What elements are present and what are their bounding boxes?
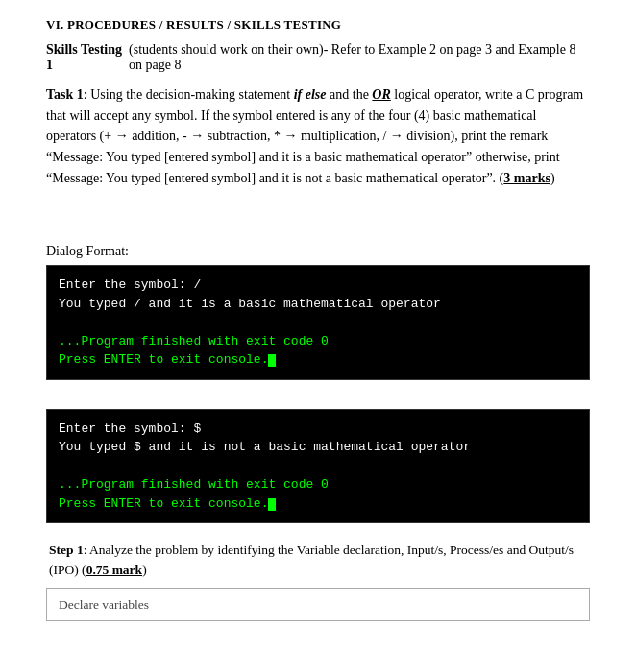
terminal2-line4-text: ...Program finished with exit code 0 <box>59 477 329 492</box>
task1-arrow2: → <box>190 128 204 143</box>
task1-if-else: if else <box>294 87 327 102</box>
task1-arrow4: → <box>390 128 404 143</box>
section-header: VI. PROCEDURES / RESULTS / SKILLS TESTIN… <box>46 17 590 33</box>
declare-variables-box: Declare variables <box>46 588 590 621</box>
step1-label: Step 1 <box>49 542 84 557</box>
terminal1-line2-text: You typed / and it is a basic mathematic… <box>59 297 441 311</box>
task1-block: Task 1: Using the decision-making statem… <box>46 84 590 188</box>
step1-inner: Step 1: Analyze the problem by identifyi… <box>49 540 587 581</box>
dialog-label: Dialog Format: <box>46 244 590 259</box>
step1-block: Step 1: Analyze the problem by identifyi… <box>46 540 590 581</box>
terminal2-line1-text: Enter the symbol: $ <box>59 421 201 436</box>
terminal2-line4: ...Program finished with exit code 0 <box>59 475 577 494</box>
step1-marks: 0.75 mark <box>86 563 143 577</box>
task1-arrow3: → <box>283 128 297 143</box>
terminal2-line5: Press ENTER to exit console. <box>59 494 577 514</box>
skills-testing-row: Skills Testing 1 (students should work o… <box>46 42 590 73</box>
terminal1-line4: ...Program finished with exit code 0 <box>59 332 577 351</box>
task1-text1: : Using the decision-making statement <box>84 87 294 102</box>
task1-close: ) <box>550 171 555 185</box>
terminal1-line4-text: ...Program finished with exit code 0 <box>59 334 329 348</box>
skills-testing-title: Skills Testing 1 <box>46 42 125 73</box>
terminal2-line2: You typed $ and it is not a basic mathem… <box>59 438 577 457</box>
terminal1-line3 <box>59 313 577 332</box>
terminal2-cursor <box>268 498 276 511</box>
task1-text2: and the <box>327 87 373 102</box>
task1-text6: multiplication, / <box>297 129 389 143</box>
terminal2-line2-text: You typed $ and it is not a basic mathem… <box>59 440 471 454</box>
terminal1-cursor <box>268 354 276 367</box>
task1-text5: subtraction, * <box>204 129 283 143</box>
step1-close: ) <box>142 563 147 577</box>
task1-arrow1: → <box>115 128 129 143</box>
terminal2-line5-text: Press ENTER to exit console. <box>59 496 268 511</box>
terminal1-line1-text: Enter the symbol: / <box>59 277 201 292</box>
skills-testing-description: (students should work on their own)- Ref… <box>129 42 590 73</box>
spacer2 <box>46 397 590 409</box>
spacer1 <box>46 198 590 227</box>
terminal2: Enter the symbol: $ You typed $ and it i… <box>46 409 590 524</box>
terminal1-line1: Enter the symbol: / <box>59 276 577 295</box>
terminal1: Enter the symbol: / You typed / and it i… <box>46 265 590 380</box>
task1-marks: 3 marks <box>503 171 550 185</box>
terminal1-line5-text: Press ENTER to exit console. <box>59 352 268 367</box>
terminal1-line2: You typed / and it is a basic mathematic… <box>59 295 577 314</box>
task1-label: Task 1 <box>46 87 84 102</box>
terminal2-line1: Enter the symbol: $ <box>59 420 577 439</box>
task1-text4: addition, - <box>129 129 191 143</box>
task1-or: OR <box>372 87 390 102</box>
terminal2-line3 <box>59 457 577 476</box>
declare-variables-text: Declare variables <box>59 597 149 612</box>
skills-testing-block: Skills Testing 1 (students should work o… <box>46 42 590 73</box>
terminal1-line5: Press ENTER to exit console. <box>59 350 577 370</box>
